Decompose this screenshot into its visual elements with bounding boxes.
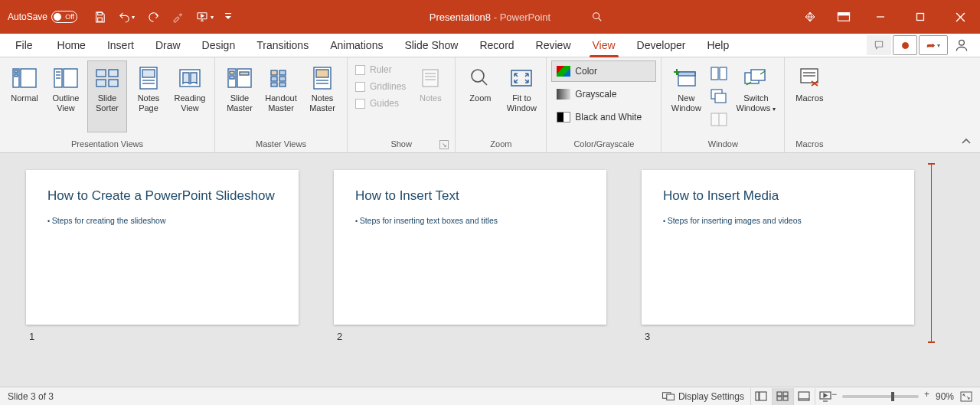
group-label: Zoom <box>460 139 541 151</box>
move-split-button[interactable] <box>707 108 730 131</box>
grayscale-button[interactable]: Grayscale <box>551 83 656 105</box>
undo-icon[interactable]: ▾ <box>116 8 137 25</box>
diamond-icon[interactable] <box>793 0 827 34</box>
black-white-button[interactable]: Black and White <box>551 106 656 128</box>
svg-rect-45 <box>423 70 438 87</box>
comments-button[interactable] <box>867 35 891 55</box>
group-label: Window <box>666 139 779 151</box>
normal-view-icon <box>12 66 37 90</box>
fit-to-window-icon[interactable] <box>960 391 972 402</box>
tab-view[interactable]: View <box>582 34 626 57</box>
tab-file[interactable]: File <box>11 34 47 57</box>
normal-view-icon[interactable] <box>750 388 772 405</box>
tab-insert[interactable]: Insert <box>96 34 145 57</box>
svg-rect-14 <box>15 70 18 73</box>
slide-counter: Slide 3 of 3 <box>8 391 54 402</box>
svg-rect-32 <box>230 71 234 74</box>
reading-view-button[interactable]: Reading View <box>170 60 210 132</box>
svg-rect-65 <box>667 394 675 400</box>
zoom-percent[interactable]: 90% <box>936 391 954 402</box>
checkbox-icon <box>355 65 365 75</box>
redo-icon[interactable] <box>145 8 162 25</box>
tab-home[interactable]: Home <box>47 34 96 57</box>
ruler-checkbox: Ruler <box>352 62 409 77</box>
slide-thumb-1[interactable]: How to Create a PowerPoint Slideshow Ste… <box>26 170 299 342</box>
eyedropper-icon[interactable] <box>169 8 186 25</box>
record-button[interactable] <box>893 35 917 55</box>
notes-master-button[interactable]: Notes Master <box>302 60 342 132</box>
ribbon-mode-icon[interactable] <box>827 0 861 34</box>
display-icon <box>662 391 675 402</box>
svg-rect-50 <box>511 70 531 86</box>
slide-master-button[interactable]: Slide Master <box>220 60 260 132</box>
macros-icon <box>797 66 822 90</box>
svg-rect-33 <box>230 76 234 79</box>
macros-button[interactable]: Macros <box>789 60 829 132</box>
maximize-button[interactable] <box>900 0 940 34</box>
tab-draw[interactable]: Draw <box>145 34 191 57</box>
svg-rect-15 <box>15 74 18 77</box>
group-label: Color/Grayscale <box>551 139 656 151</box>
svg-rect-34 <box>240 72 249 75</box>
tab-design[interactable]: Design <box>191 34 247 57</box>
color-button[interactable]: Color <box>551 60 656 82</box>
slide-sorter-button[interactable]: Slide Sorter <box>87 60 127 132</box>
share-arrow-icon: ➦ <box>926 39 936 51</box>
title-bar: AutoSave Off ▾ ▾ Presentation8 - PowerPo… <box>0 0 980 34</box>
quick-access-toolbar: AutoSave Off ▾ ▾ <box>0 8 234 25</box>
svg-rect-42 <box>316 70 328 77</box>
dialog-launcher-icon[interactable]: ↘ <box>439 140 449 149</box>
zoom-thumb[interactable] <box>891 392 894 401</box>
tab-record[interactable]: Record <box>469 34 524 57</box>
tab-transitions[interactable]: Transitions <box>246 34 319 57</box>
notes-page-button[interactable]: Notes Page <box>129 60 168 132</box>
bw-swatch-icon <box>557 112 570 122</box>
display-settings-button[interactable]: Display Settings <box>662 391 744 402</box>
tab-slideshow[interactable]: Slide Show <box>394 34 469 57</box>
cascade-button[interactable] <box>707 85 730 108</box>
account-icon[interactable] <box>949 35 974 55</box>
reading-view-icon <box>178 66 202 90</box>
reading-view-icon[interactable] <box>793 388 815 405</box>
svg-rect-40 <box>279 83 286 87</box>
tab-animations[interactable]: Animations <box>319 34 394 57</box>
normal-view-button[interactable]: Normal <box>5 60 44 132</box>
outline-view-button[interactable]: Outline View <box>46 60 86 132</box>
sorter-view-icon[interactable] <box>772 388 793 405</box>
slide-bullet: Steps for inserting text boxes and title… <box>355 216 585 225</box>
tab-developer[interactable]: Developer <box>626 34 697 57</box>
close-button[interactable] <box>940 0 980 34</box>
slide-number: 2 <box>334 331 606 342</box>
qat-customize-icon[interactable] <box>223 8 234 25</box>
svg-rect-68 <box>777 392 782 396</box>
handout-master-button[interactable]: Handout Master <box>261 60 301 132</box>
svg-rect-52 <box>678 72 695 76</box>
autosave-toggle[interactable]: AutoSave Off <box>8 11 77 23</box>
tab-help[interactable]: Help <box>696 34 740 57</box>
notes-icon <box>418 66 443 90</box>
tab-review[interactable]: Review <box>525 34 582 57</box>
fit-to-window-button[interactable]: Fit to Window <box>501 60 541 132</box>
switch-windows-button[interactable]: Switch Windows ▾ <box>732 60 779 132</box>
zoom-slider[interactable] <box>842 395 919 398</box>
svg-rect-35 <box>271 70 277 75</box>
svg-rect-6 <box>838 13 850 15</box>
group-show: Ruler Gridlines Guides Notes Show↘ <box>348 57 456 152</box>
chevron-down-icon: ▾ <box>773 106 776 113</box>
svg-rect-13 <box>21 69 36 87</box>
arrange-all-button[interactable] <box>707 62 730 85</box>
collapse-ribbon-icon[interactable] <box>959 134 974 149</box>
gridlines-checkbox: Gridlines <box>352 79 409 94</box>
zoom-button[interactable]: Zoom <box>460 60 500 132</box>
share-button[interactable]: ➦▾ <box>919 35 948 55</box>
save-icon[interactable] <box>91 8 108 25</box>
guides-checkbox: Guides <box>352 96 409 111</box>
search-icon[interactable] <box>590 9 605 24</box>
start-from-beginning-icon[interactable]: ▾ <box>194 8 215 25</box>
slide-sorter-pane[interactable]: How to Create a PowerPoint Slideshow Ste… <box>0 153 980 387</box>
new-window-button[interactable]: New Window <box>666 60 706 132</box>
minimize-button[interactable] <box>861 0 900 34</box>
slide-thumb-3[interactable]: How to Insert Media Steps for inserting … <box>642 170 914 342</box>
group-label: Macros <box>789 139 829 151</box>
slide-thumb-2[interactable]: How to Insert Text Steps for inserting t… <box>334 170 606 342</box>
